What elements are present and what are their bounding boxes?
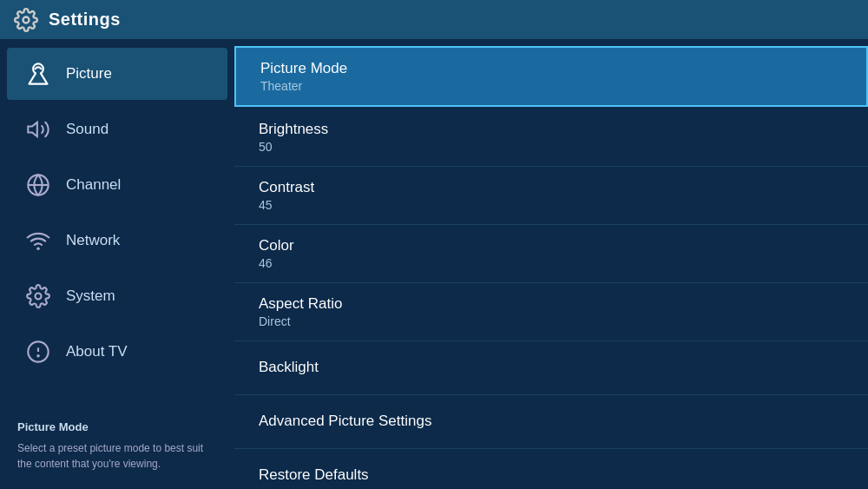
sidebar-description: Picture Mode Select a preset picture mod…: [0, 405, 234, 490]
channel-icon: [24, 171, 52, 199]
menu-item-advanced-picture[interactable]: Advanced Picture Settings: [234, 395, 868, 449]
sidebar-item-about[interactable]: About TV: [7, 326, 227, 378]
menu-item-brightness[interactable]: Brightness 50: [234, 109, 868, 167]
sidebar: Picture Sound Channel: [0, 39, 234, 489]
advanced-picture-label: Advanced Picture Settings: [259, 413, 844, 430]
sidebar-item-sound[interactable]: Sound: [7, 103, 227, 155]
sidebar-system-label: System: [66, 287, 115, 305]
sidebar-item-network[interactable]: Network: [7, 215, 227, 267]
menu-item-backlight[interactable]: Backlight: [234, 341, 868, 395]
menu-item-color[interactable]: Color 46: [234, 225, 868, 283]
menu-item-restore-defaults[interactable]: Restore Defaults: [234, 449, 868, 489]
svg-point-5: [36, 294, 42, 300]
picture-mode-label: Picture Mode: [260, 60, 842, 77]
settings-gear-icon: [14, 8, 38, 32]
network-icon: [24, 227, 52, 254]
menu-item-picture-mode[interactable]: Picture Mode Theater: [234, 46, 868, 107]
sidebar-about-label: About TV: [66, 343, 128, 360]
header-title: Settings: [49, 10, 121, 30]
header: Settings: [0, 0, 868, 39]
contrast-value: 45: [259, 198, 844, 212]
sidebar-item-channel[interactable]: Channel: [7, 159, 227, 211]
svg-point-0: [23, 17, 30, 23]
main-layout: Picture Sound Channel: [0, 39, 868, 489]
sound-icon: [24, 116, 52, 143]
system-icon: [24, 282, 52, 310]
contrast-label: Contrast: [259, 179, 844, 196]
description-title: Picture Mode: [17, 419, 217, 436]
color-value: 46: [259, 256, 844, 270]
picture-mode-value: Theater: [260, 79, 842, 93]
brightness-label: Brightness: [259, 121, 844, 138]
settings-menu: Picture Mode Theater Brightness 50 Contr…: [234, 39, 868, 489]
about-icon: [24, 338, 52, 366]
backlight-label: Backlight: [259, 359, 844, 376]
picture-icon: [24, 60, 52, 88]
sidebar-channel-label: Channel: [66, 176, 121, 194]
sidebar-network-label: Network: [66, 232, 120, 249]
sidebar-item-system[interactable]: System: [7, 270, 227, 322]
menu-item-contrast[interactable]: Contrast 45: [234, 167, 868, 225]
sidebar-sound-label: Sound: [66, 121, 108, 138]
sidebar-picture-label: Picture: [66, 65, 112, 83]
brightness-value: 50: [259, 140, 844, 154]
menu-item-aspect-ratio[interactable]: Aspect Ratio Direct: [234, 283, 868, 341]
description-text: Select a preset picture mode to best sui…: [17, 440, 217, 472]
sidebar-item-picture[interactable]: Picture: [7, 48, 227, 100]
svg-marker-1: [28, 122, 37, 136]
aspect-ratio-value: Direct: [259, 314, 844, 328]
aspect-ratio-label: Aspect Ratio: [259, 295, 844, 313]
color-label: Color: [259, 237, 844, 254]
restore-defaults-label: Restore Defaults: [259, 466, 844, 484]
